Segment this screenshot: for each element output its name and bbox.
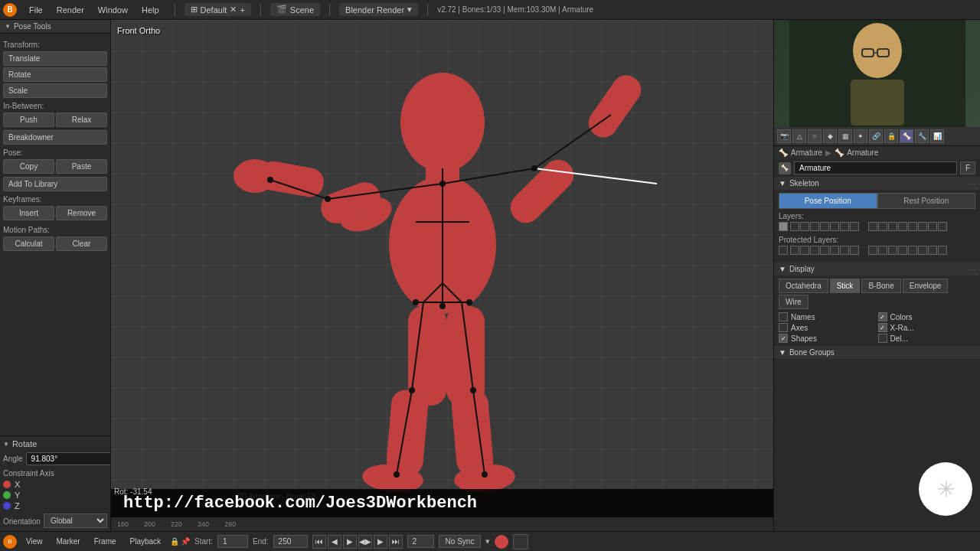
layer-dot-8[interactable] bbox=[850, 222, 859, 231]
pose-position-button[interactable]: Pose Position bbox=[779, 193, 877, 209]
prop-icon-texture[interactable]: ▦ bbox=[838, 129, 852, 143]
layer-dot-2[interactable] bbox=[790, 222, 799, 231]
angle-input[interactable] bbox=[26, 452, 111, 465]
protected-dot-2[interactable] bbox=[790, 246, 799, 255]
stick-button[interactable]: Stick bbox=[830, 279, 861, 293]
prop-icon-physics[interactable]: 🔗 bbox=[869, 129, 883, 143]
protected-dot-10[interactable] bbox=[878, 246, 887, 255]
relax-button[interactable]: Relax bbox=[56, 112, 107, 127]
extra-button[interactable] bbox=[513, 534, 528, 549]
prop-icon-constraints[interactable]: 🔒 bbox=[884, 129, 898, 143]
protected-dot-15[interactable] bbox=[928, 246, 937, 255]
layer-dot-10[interactable] bbox=[878, 222, 887, 231]
layer-dot-5[interactable] bbox=[820, 222, 829, 231]
prop-icon-modifiers[interactable]: 🔧 bbox=[915, 129, 929, 143]
jump-end-button[interactable]: ⏭ bbox=[389, 535, 403, 549]
prop-icon-camera[interactable]: 📷 bbox=[777, 129, 791, 143]
breadcrumb-item-1[interactable]: Armature bbox=[791, 148, 822, 157]
protected-dot-1[interactable] bbox=[779, 246, 788, 255]
protected-dot-5[interactable] bbox=[820, 246, 829, 255]
envelope-button[interactable]: Envelope bbox=[903, 279, 949, 293]
breadcrumb-item-2[interactable]: Armature bbox=[847, 148, 878, 157]
deform-checkbox[interactable] bbox=[878, 334, 887, 343]
layer-dot-13[interactable] bbox=[908, 222, 917, 231]
protected-dot-13[interactable] bbox=[908, 246, 917, 255]
copy-button[interactable]: Copy bbox=[3, 159, 54, 174]
layer-dot-12[interactable] bbox=[898, 222, 907, 231]
viewport[interactable]: Front Ortho bbox=[111, 20, 773, 531]
playback-menu[interactable]: Playback bbox=[126, 536, 166, 547]
push-button[interactable]: Push bbox=[3, 112, 54, 127]
display-options[interactable]: ··· bbox=[969, 266, 975, 273]
rest-position-button[interactable]: Rest Position bbox=[877, 193, 976, 209]
protected-dot-3[interactable] bbox=[800, 246, 809, 255]
skeleton-options[interactable]: ··· bbox=[969, 180, 975, 187]
object-name-f[interactable]: F bbox=[960, 161, 975, 174]
prop-icon-object[interactable]: ○ bbox=[808, 129, 822, 143]
orientation-select[interactable]: Global bbox=[44, 514, 107, 528]
step-forward-button[interactable]: ▶ bbox=[374, 535, 387, 549]
render-menu[interactable]: Render bbox=[51, 4, 90, 16]
marker-menu[interactable]: Marker bbox=[52, 536, 85, 547]
workspace-add-icon[interactable]: + bbox=[240, 5, 244, 15]
skeleton-header[interactable]: ▼ Skeleton ··· bbox=[774, 177, 980, 190]
prop-icon-material[interactable]: ◆ bbox=[823, 129, 837, 143]
protected-dot-4[interactable] bbox=[810, 246, 819, 255]
frame-menu[interactable]: Frame bbox=[90, 536, 121, 547]
bbone-button[interactable]: B-Bone bbox=[861, 279, 900, 293]
protected-dot-7[interactable] bbox=[840, 246, 849, 255]
clear-button[interactable]: Clear bbox=[56, 236, 107, 251]
view-menu[interactable]: View bbox=[21, 536, 47, 547]
layer-dot-16[interactable] bbox=[938, 222, 947, 231]
protected-dot-16[interactable] bbox=[938, 246, 947, 255]
layer-dot-15[interactable] bbox=[928, 222, 937, 231]
insert-button[interactable]: Insert bbox=[3, 206, 54, 220]
wire-button[interactable]: Wire bbox=[779, 295, 808, 309]
remove-button[interactable]: Remove bbox=[56, 206, 107, 220]
add-to-library-button[interactable]: Add To Library bbox=[3, 177, 107, 191]
layer-dot-3[interactable] bbox=[800, 222, 809, 231]
layer-dot-14[interactable] bbox=[918, 222, 927, 231]
play-button[interactable]: ▶ bbox=[343, 535, 357, 549]
workspace-selector[interactable]: ⊞ Default ✕ + bbox=[185, 3, 251, 16]
rotate-button[interactable]: Rotate bbox=[3, 67, 107, 82]
record-button[interactable] bbox=[495, 535, 508, 549]
end-field[interactable] bbox=[273, 535, 308, 548]
play-reverse-button[interactable]: ◀▶ bbox=[358, 535, 372, 549]
window-menu[interactable]: Window bbox=[92, 4, 134, 16]
display-header[interactable]: ▼ Display ··· bbox=[774, 262, 980, 276]
layer-dot-1[interactable] bbox=[779, 222, 788, 231]
layer-dot-11[interactable] bbox=[888, 222, 897, 231]
help-menu[interactable]: Help bbox=[136, 4, 165, 16]
layer-dot-4[interactable] bbox=[810, 222, 819, 231]
engine-selector[interactable]: Blender Render ▾ bbox=[339, 3, 418, 16]
jump-start-button[interactable]: ⏮ bbox=[312, 535, 326, 549]
start-field[interactable] bbox=[217, 535, 248, 548]
file-menu[interactable]: File bbox=[23, 4, 49, 16]
calculate-button[interactable]: Calculat bbox=[3, 236, 54, 251]
prop-icon-armature[interactable]: 🦴 bbox=[900, 129, 913, 143]
sync-select[interactable]: No Sync bbox=[439, 535, 482, 548]
xray-checkbox[interactable]: ✓ bbox=[878, 323, 887, 332]
protected-dot-14[interactable] bbox=[918, 246, 927, 255]
names-checkbox[interactable] bbox=[779, 312, 788, 321]
axes-checkbox[interactable] bbox=[779, 323, 788, 332]
bone-groups-header[interactable]: ▼ Bone Groups bbox=[774, 346, 980, 359]
layer-dot-9[interactable] bbox=[868, 222, 877, 231]
prop-icon-mesh[interactable]: △ bbox=[792, 129, 806, 143]
scene-selector[interactable]: 🎬 Scene bbox=[270, 3, 320, 16]
breakdowner-button[interactable]: Breakdowner bbox=[3, 130, 107, 145]
protected-dot-8[interactable] bbox=[850, 246, 859, 255]
protected-dot-11[interactable] bbox=[888, 246, 897, 255]
prop-icon-data[interactable]: 📊 bbox=[930, 129, 944, 143]
octahedra-button[interactable]: Octahedra bbox=[779, 279, 828, 293]
scale-button[interactable]: Scale bbox=[3, 83, 107, 98]
prop-icon-particles[interactable]: ✦ bbox=[854, 129, 867, 143]
colors-checkbox[interactable]: ✓ bbox=[878, 312, 887, 321]
shapes-checkbox[interactable]: ✓ bbox=[779, 334, 788, 343]
step-back-button[interactable]: ◀ bbox=[328, 535, 341, 549]
layer-dot-6[interactable] bbox=[830, 222, 839, 231]
dropdown-icon[interactable]: ▾ bbox=[485, 536, 490, 546]
object-name-field[interactable] bbox=[794, 161, 957, 174]
translate-button[interactable]: Translate bbox=[3, 51, 107, 66]
